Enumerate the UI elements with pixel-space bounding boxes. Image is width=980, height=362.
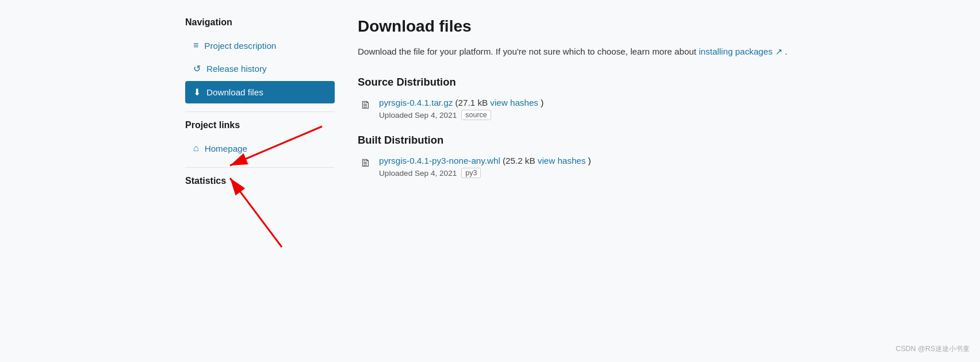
built-distribution-entry: 🗎 pyrsgis-0.4.1-py3-none-any.whl (25.2 k…: [358, 156, 795, 178]
intro-paragraph: Download the file for your platform. If …: [358, 45, 795, 59]
project-links-menu: ⌂ Homepage: [185, 137, 335, 159]
file-icon-built: 🗎: [360, 157, 371, 170]
file-icon-source: 🗎: [360, 99, 371, 111]
source-file-meta: Uploaded Sep 4, 2021 source: [379, 110, 543, 120]
source-file-size: (27.1 kB: [455, 98, 491, 107]
nav-menu: ≡ Project description ↺ Release history …: [185, 34, 335, 103]
download-icon: ⬇: [193, 87, 201, 98]
sidebar: Navigation ≡ Project description ↺ Relea…: [185, 17, 335, 193]
built-file-info: pyrsgis-0.4.1-py3-none-any.whl (25.2 kB …: [379, 156, 591, 178]
built-file-name-line: pyrsgis-0.4.1-py3-none-any.whl (25.2 kB …: [379, 156, 591, 165]
sidebar-item-release-history[interactable]: ↺ Release history: [185, 57, 335, 80]
source-distribution-heading: Source Distribution: [358, 76, 795, 88]
source-distribution-entry: 🗎 pyrsgis-0.4.1.tar.gz (27.1 kB view has…: [358, 98, 795, 120]
source-tag: source: [461, 110, 491, 120]
home-icon: ⌂: [193, 143, 199, 153]
sidebar-item-homepage[interactable]: ⌂ Homepage: [185, 137, 335, 159]
built-close-paren: ): [588, 156, 591, 165]
intro-text-before: Download the file for your platform. If …: [358, 47, 699, 56]
source-file-link[interactable]: pyrsgis-0.4.1.tar.gz: [379, 98, 453, 107]
installing-packages-link[interactable]: installing packages ↗: [699, 47, 783, 56]
built-file-meta: Uploaded Sep 4, 2021 py3: [379, 168, 591, 178]
sidebar-item-label: Release history: [206, 64, 267, 74]
list-icon: ≡: [193, 40, 198, 51]
intro-text-after: .: [785, 47, 787, 56]
source-view-hashes-link[interactable]: view hashes: [490, 98, 538, 107]
built-distribution-heading: Built Distribution: [358, 134, 795, 147]
sidebar-item-project-description[interactable]: ≡ Project description: [185, 34, 335, 56]
navigation-title: Navigation: [185, 17, 335, 28]
source-file-info: pyrsgis-0.4.1.tar.gz (27.1 kB view hashe…: [379, 98, 543, 120]
built-upload-date: Uploaded Sep 4, 2021: [379, 169, 457, 178]
project-links-title: Project links: [185, 120, 335, 130]
built-tag: py3: [461, 168, 481, 178]
sidebar-item-label: Download files: [206, 87, 263, 97]
statistics-title: Statistics: [185, 176, 335, 186]
sidebar-item-label: Homepage: [205, 144, 247, 153]
page-title: Download files: [358, 17, 795, 36]
built-view-hashes-link[interactable]: view hashes: [538, 156, 586, 165]
source-close-paren: ): [541, 98, 543, 107]
built-file-size: (25.2 kB: [503, 156, 538, 165]
sidebar-item-download-files[interactable]: ⬇ Download files: [185, 81, 335, 103]
source-upload-date: Uploaded Sep 4, 2021: [379, 111, 457, 120]
sidebar-divider-1: [185, 111, 335, 112]
source-file-name-line: pyrsgis-0.4.1.tar.gz (27.1 kB view hashe…: [379, 98, 543, 107]
built-file-link[interactable]: pyrsgis-0.4.1-py3-none-any.whl: [379, 156, 500, 165]
sidebar-item-label: Project description: [204, 41, 276, 51]
sidebar-divider-2: [185, 167, 335, 168]
history-icon: ↺: [193, 63, 201, 74]
main-content: Download files Download the file for you…: [358, 17, 795, 193]
